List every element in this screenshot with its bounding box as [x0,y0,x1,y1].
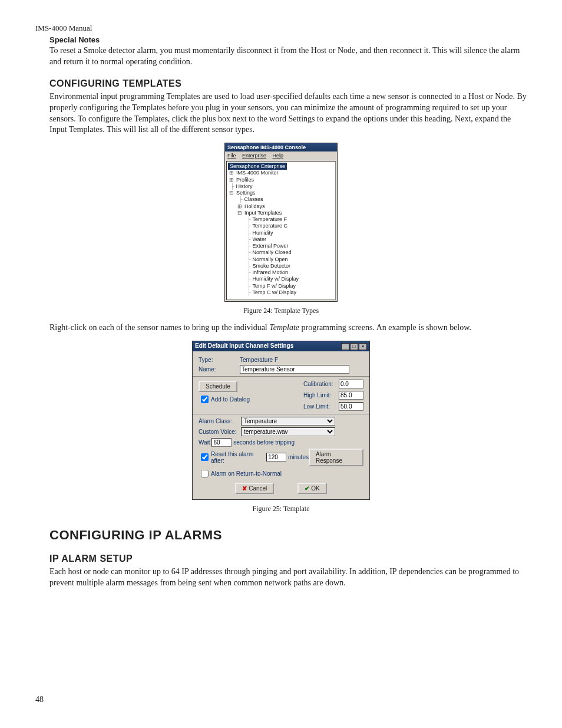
ip-alarm-setup-body: Each host or node can monitor up to 64 I… [49,566,527,589]
special-notes-body: To reset a Smoke detector alarm, you mus… [49,45,527,68]
configuring-templates-heading: CONFIGURING TEMPLATES [49,78,527,89]
high-limit-input[interactable] [339,391,363,400]
mid-paragraph: Right-click on each of the sensor names … [49,322,527,334]
wait-input[interactable] [211,438,232,447]
mid-text-2: programming screens. An example is shown… [299,323,471,332]
tree-classes[interactable]: Classes [244,196,334,203]
low-limit-label: Low Limit: [303,403,339,410]
tree-root[interactable]: Sensaphone Enterprise [228,163,287,170]
alarm-class-select[interactable]: Temperature [241,417,335,426]
dialog-titlebar: Edit Default Input Channel Settings _□× [193,341,369,351]
tree-template-item[interactable]: External Power [253,243,334,249]
maximize-icon[interactable]: □ [350,343,358,350]
type-label: Type: [199,357,240,363]
reset-input[interactable] [266,453,286,462]
ip-alarm-setup-heading: IP ALARM SETUP [49,554,527,564]
tree-template-item[interactable]: Normally Closed [253,249,334,256]
figure-24: Sensaphone IMS-4000 Console File Enterpr… [35,143,527,315]
tree-body: Sensaphone Enterprise IMS-4000 Monitor P… [226,161,336,300]
tree-settings[interactable]: Settings [236,190,334,196]
tree-holidays[interactable]: Holidays [244,203,334,210]
wait-suffix: seconds before tripping [233,439,295,446]
tree-template-item[interactable]: Temp C w/ Display [253,289,334,296]
minimize-icon[interactable]: _ [341,343,349,350]
menubar: File Enterprise Help [225,151,337,160]
reset-suffix: minutes [288,454,309,460]
calibration-label: Calibration: [303,381,339,387]
wait-label: Wait [199,439,210,446]
menu-help[interactable]: Help [273,153,284,159]
configuring-templates-body: Environmental input programming Template… [49,91,527,136]
name-label: Name: [199,366,240,373]
menu-enterprise[interactable]: Enterprise [242,153,266,159]
alarm-response-button[interactable]: Alarm Response [309,449,363,466]
tree-history[interactable]: History [236,183,334,190]
add-to-datalog-label: Add to Datalog [211,396,250,403]
cancel-button[interactable]: ✘Cancel [235,483,274,494]
tree-monitor[interactable]: IMS-4000 Monitor [236,170,334,176]
tree-template-item[interactable]: Temp F w/ Display [253,283,334,289]
tree-template-item[interactable]: Humidity [253,230,334,236]
menu-file[interactable]: File [227,153,236,159]
tree-input-templates[interactable]: Input Templates [244,210,334,216]
template-dialog: Edit Default Input Channel Settings _□× … [192,341,370,500]
cancel-x-icon: ✘ [242,485,247,492]
tree-template-item[interactable]: Water [253,236,334,243]
window-buttons: _□× [340,342,367,350]
figure-25-caption: Figure 25: Template [35,505,527,513]
alarm-class-label: Alarm Class: [199,418,241,424]
reset-checkbox[interactable] [201,453,209,461]
manual-title: IMS-4000 Manual [35,24,527,33]
name-input[interactable] [240,365,349,374]
type-value: Temperature F [240,357,278,363]
dialog-title: Edit Default Input Channel Settings [195,342,293,350]
calibration-input[interactable] [339,380,363,388]
configuring-ip-alarms-heading: CONFIGURING IP ALARMS [49,528,527,543]
tree-template-item[interactable]: Temperature C [253,223,334,229]
custom-voice-select[interactable]: temperature.wav [241,427,335,436]
close-icon[interactable]: × [359,343,367,350]
schedule-button[interactable]: Schedule [199,381,237,392]
high-limit-label: High Limit: [303,392,339,398]
figure-24-caption: Figure 24: Template Types [35,307,527,315]
tree-template-item[interactable]: Smoke Detector [253,263,334,269]
low-limit-input[interactable] [339,402,363,411]
ok-button[interactable]: ✔OK [297,483,326,494]
alarm-return-checkbox[interactable] [201,470,209,477]
console-window: Sensaphone IMS-4000 Console File Enterpr… [224,143,338,302]
ok-check-icon: ✔ [305,485,309,492]
tree-template-item[interactable]: Infrared Motion [253,269,334,276]
window-titlebar: Sensaphone IMS-4000 Console [225,143,337,151]
tree-profiles[interactable]: Profiles [236,177,334,183]
custom-voice-label: Custom Voice: [199,429,241,435]
reset-label: Reset this alarm after: [211,451,265,464]
mid-italic: Template [269,323,299,332]
special-notes-heading: Special Notes [49,35,527,44]
add-to-datalog-checkbox[interactable] [201,396,209,403]
tree-template-item[interactable]: Humidity w/ Display [253,276,334,282]
alarm-return-label: Alarm on Return-to-Normal [211,470,282,477]
mid-text-1: Right-click on each of the sensor names … [49,323,269,332]
tree-template-item[interactable]: Normally Open [253,256,334,263]
figure-25: Edit Default Input Channel Settings _□× … [35,341,527,513]
tree-template-item[interactable]: Temperature F [253,216,334,223]
